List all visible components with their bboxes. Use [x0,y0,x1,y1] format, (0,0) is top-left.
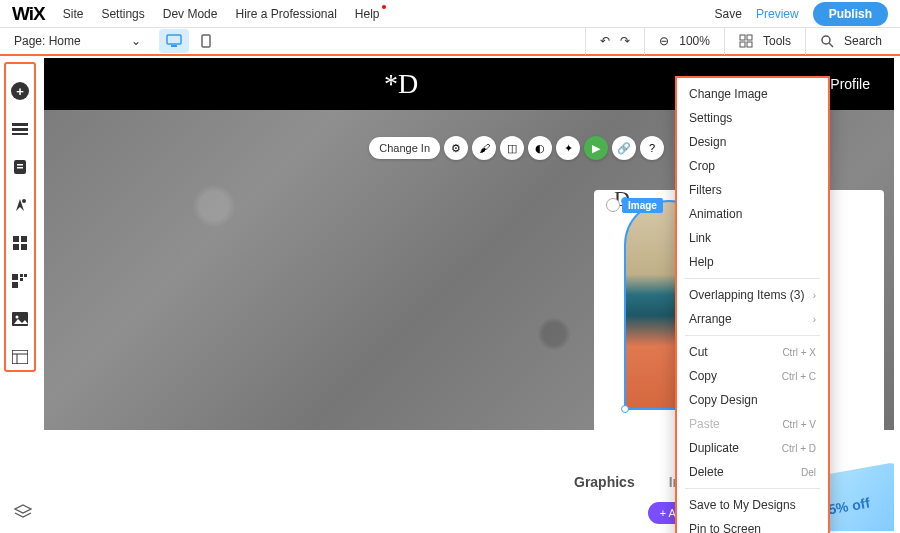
zoom-out-icon[interactable]: ⊖ [659,34,669,48]
ctx-duplicate[interactable]: DuplicateCtrl + D [677,436,828,460]
element-type-badge: Image [622,198,663,213]
page-selector[interactable]: Page: Home ⌄ [14,34,141,48]
action-help[interactable]: ? [640,136,664,160]
wix-logo: WiX [12,3,45,25]
undo-icon[interactable]: ↶ [600,34,610,48]
left-tool-rail: + [4,62,36,372]
ctx-pin[interactable]: Pin to Screen [677,517,828,533]
svg-rect-16 [13,236,19,242]
ctx-change-image[interactable]: Change Image [677,82,828,106]
ctx-copy[interactable]: CopyCtrl + C [677,364,828,388]
ctx-cut[interactable]: CutCtrl + X [677,340,828,364]
action-animation[interactable]: ✦ [556,136,580,160]
action-filter[interactable]: ◐ [528,136,552,160]
svg-line-8 [829,43,833,47]
action-design[interactable]: 🖌 [472,136,496,160]
resize-handle-sw[interactable] [621,405,629,413]
preview-button[interactable]: Preview [756,7,799,21]
site-logo: *D [384,68,418,100]
menu-devmode[interactable]: Dev Mode [163,7,218,21]
svg-point-7 [822,36,830,44]
zoom-level: 100% [679,34,710,48]
search-icon [820,34,834,48]
app-market-button[interactable] [11,234,29,252]
svg-rect-24 [12,282,18,288]
svg-rect-14 [17,167,23,169]
desktop-view-button[interactable] [159,29,189,53]
ctx-filters[interactable]: Filters [677,178,828,202]
svg-rect-0 [167,35,181,44]
action-link[interactable]: 🔗 [612,136,636,160]
ctx-overlapping[interactable]: Overlapping Items (3)› [677,283,828,307]
svg-point-15 [22,199,26,203]
menu-settings[interactable]: Settings [101,7,144,21]
svg-rect-20 [12,274,18,280]
ctx-settings[interactable]: Settings [677,106,828,130]
ctx-save-designs[interactable]: Save to My Designs [677,493,828,517]
nav-profile[interactable]: Profile [830,76,870,92]
my-business-button[interactable] [11,272,29,290]
ctx-design[interactable]: Design [677,130,828,154]
undo-redo: ↶ ↷ [585,27,644,55]
device-switcher [159,29,221,53]
svg-rect-2 [202,35,210,47]
zoom-control[interactable]: ⊖ 100% [644,27,724,55]
ctx-arrange[interactable]: Arrange› [677,307,828,331]
svg-rect-23 [20,278,23,281]
ctx-separator [685,278,820,279]
add-element-button[interactable]: + [11,82,29,100]
layers-button[interactable] [14,504,32,523]
ctx-delete[interactable]: DeleteDel [677,460,828,484]
tools-button[interactable]: Tools [724,27,805,55]
redo-icon[interactable]: ↷ [620,34,630,48]
change-image-pill[interactable]: Change In [369,137,440,159]
svg-rect-10 [12,128,28,131]
publish-button[interactable]: Publish [813,2,888,26]
svg-rect-4 [747,35,752,40]
ctx-animation[interactable]: Animation [677,202,828,226]
mobile-view-button[interactable] [191,29,221,53]
action-confirm[interactable]: ▶ [584,136,608,160]
element-action-bar: Change In ⚙ 🖌 ◫ ◐ ✦ ▶ 🔗 ? [369,136,664,160]
media-button[interactable] [11,310,29,328]
action-settings[interactable]: ⚙ [444,136,468,160]
save-button[interactable]: Save [715,7,742,21]
svg-rect-19 [21,244,27,250]
top-menu-bar: WiX Site Settings Dev Mode Hire a Profes… [0,0,900,28]
menu-site[interactable]: Site [63,7,84,21]
chevron-right-icon: › [813,290,816,301]
content-manager-button[interactable] [11,348,29,366]
svg-point-26 [16,316,19,319]
menu-help[interactable]: Help [355,7,380,21]
ctx-crop[interactable]: Crop [677,154,828,178]
ctx-paste: PasteCtrl + V [677,412,828,436]
svg-rect-18 [13,244,19,250]
top-menu-right: Save Preview Publish [715,2,888,26]
label-graphics[interactable]: Graphics [574,474,635,490]
svg-rect-5 [740,42,745,47]
action-crop[interactable]: ◫ [500,136,524,160]
ctx-link[interactable]: Link [677,226,828,250]
svg-rect-1 [171,45,177,47]
svg-rect-9 [12,123,28,126]
svg-rect-13 [17,164,23,166]
svg-rect-22 [24,274,27,277]
ctx-help[interactable]: Help [677,250,828,274]
sections-button[interactable] [11,120,29,138]
search-button[interactable]: Search [805,27,896,55]
svg-rect-27 [12,350,28,364]
context-menu: Change Image Settings Design Crop Filter… [675,76,830,533]
ctx-separator [685,488,820,489]
ctx-separator [685,335,820,336]
ctx-copy-design[interactable]: Copy Design [677,388,828,412]
design-button[interactable] [11,196,29,214]
chevron-right-icon: › [813,314,816,325]
menu-hire[interactable]: Hire a Professional [235,7,336,21]
sec-left: Page: Home ⌄ [14,29,221,53]
rotate-handle[interactable] [606,198,620,212]
svg-rect-6 [747,42,752,47]
svg-rect-11 [12,133,28,135]
pages-button[interactable] [11,158,29,176]
top-menu-left: WiX Site Settings Dev Mode Hire a Profes… [12,3,380,25]
tools-icon [739,34,753,48]
